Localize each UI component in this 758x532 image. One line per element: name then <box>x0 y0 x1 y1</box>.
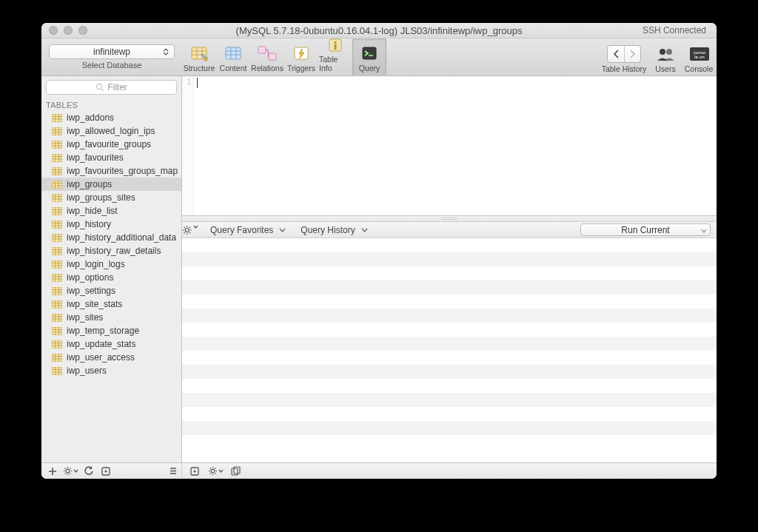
result-row <box>182 421 717 435</box>
table-name: iwp_user_access <box>67 352 135 363</box>
toggle-sidebar-button[interactable] <box>165 463 181 479</box>
table-row[interactable]: iwp_groups <box>41 178 181 191</box>
table-row[interactable]: iwp_favourite_groups <box>41 138 181 151</box>
svg-point-42 <box>105 470 107 472</box>
window-controls <box>49 26 87 35</box>
tab-content[interactable]: Content <box>216 38 250 75</box>
split-grip[interactable] <box>182 216 717 222</box>
results-grid[interactable] <box>182 238 717 462</box>
table-name: iwp_temp_storage <box>67 326 139 336</box>
table-row[interactable]: iwp_history_additional_data <box>41 231 181 244</box>
statusbar-left <box>41 463 182 479</box>
console-button[interactable]: console on Console <box>681 38 717 75</box>
table-row[interactable]: iwp_groups_sites <box>41 191 181 204</box>
run-query-button[interactable]: Run Current <box>580 223 711 236</box>
svg-point-37 <box>97 84 102 90</box>
console-icon: console on <box>688 45 709 63</box>
table-name: iwp_history_raw_details <box>67 246 161 256</box>
table-name: iwp_favourites <box>67 152 124 163</box>
svg-point-33 <box>666 49 672 55</box>
table-name: iwp_groups <box>67 179 112 189</box>
tab-triggers[interactable]: Triggers <box>284 38 318 75</box>
svg-rect-28 <box>335 41 337 44</box>
table-row[interactable]: iwp_favourites_groups_map <box>41 164 181 178</box>
database-selector[interactable]: infinitewp <box>49 44 175 59</box>
query-settings-button[interactable] <box>182 225 203 235</box>
table-row[interactable]: iwp_sites <box>41 311 181 324</box>
tab-query[interactable]: Query <box>352 38 386 75</box>
database-selector-group: infinitewp Select Database <box>41 38 182 75</box>
table-row[interactable]: iwp_settings <box>41 284 181 297</box>
triggers-icon <box>291 44 312 62</box>
users-label: Users <box>655 64 675 73</box>
add-button[interactable] <box>44 463 61 479</box>
minimize-window-button[interactable] <box>64 26 73 35</box>
refresh-button[interactable] <box>80 463 96 479</box>
table-row[interactable]: iwp_user_access <box>41 351 181 364</box>
table-row[interactable]: iwp_hide_list <box>41 204 181 218</box>
history-label: Table History <box>602 64 647 73</box>
titlebar: (MySQL 5.7.18-0ubuntu0.16.04.1-log) JLS0… <box>41 23 717 38</box>
result-row <box>182 238 717 252</box>
table-row[interactable]: iwp_users <box>41 364 181 377</box>
console-label: Console <box>685 64 714 73</box>
history-back-button[interactable] <box>608 46 624 62</box>
table-icon <box>52 181 62 189</box>
close-window-button[interactable] <box>49 26 58 35</box>
tab-structure[interactable]: Structure <box>182 38 216 75</box>
tab-table-info[interactable]: Table Info <box>318 38 352 75</box>
table-icon <box>52 154 62 162</box>
zoom-window-button[interactable] <box>78 26 87 35</box>
query-history-button[interactable]: Query History <box>293 225 375 235</box>
table-icon <box>52 114 62 122</box>
result-row <box>182 337 717 351</box>
tab-label: Query <box>359 64 380 73</box>
svg-point-47 <box>194 470 196 472</box>
query-favorites-label: Query Favorites <box>210 225 273 235</box>
tab-relations[interactable]: Relations <box>250 38 284 75</box>
table-name: iwp_login_logs <box>67 259 125 269</box>
history-forward-button[interactable] <box>624 46 640 62</box>
table-row[interactable]: iwp_options <box>41 271 181 284</box>
table-name: iwp_groups_sites <box>67 192 135 203</box>
table-name: iwp_hide_list <box>67 206 118 216</box>
history-nav <box>607 45 641 63</box>
users-icon <box>655 45 676 63</box>
query-editor[interactable]: 1 <box>182 76 717 216</box>
table-name: iwp_site_stats <box>67 299 122 309</box>
stepper-icon <box>161 47 171 57</box>
toolbar: infinitewp Select Database Structure Con… <box>41 38 717 76</box>
users-button[interactable]: Users <box>650 38 681 75</box>
table-icon <box>52 260 62 269</box>
results-settings-button[interactable] <box>207 466 224 476</box>
table-name: iwp_settings <box>67 286 115 296</box>
table-icon <box>52 247 62 255</box>
table-row[interactable]: iwp_temp_storage <box>41 324 181 337</box>
query-favorites-button[interactable]: Query Favorites <box>203 225 293 235</box>
table-row[interactable]: iwp_history <box>41 218 181 231</box>
action-menu-button[interactable] <box>62 463 78 479</box>
table-row[interactable]: iwp_addons <box>41 111 181 124</box>
table-name: iwp_update_stats <box>67 339 135 349</box>
result-row <box>182 379 717 393</box>
content-icon <box>223 44 244 62</box>
structure-icon <box>189 44 209 62</box>
editor-code[interactable] <box>194 76 717 215</box>
table-row[interactable]: iwp_update_stats <box>41 337 181 351</box>
sidebar: Filter TABLES iwp_addonsiwp_allowed_logi… <box>41 76 182 462</box>
table-row[interactable]: iwp_login_logs <box>41 257 181 271</box>
duplicate-button[interactable] <box>228 466 244 476</box>
panel-toggle-button[interactable] <box>187 467 203 476</box>
table-row[interactable]: iwp_allowed_login_ips <box>41 124 181 138</box>
table-row[interactable]: iwp_history_raw_details <box>41 244 181 257</box>
chevron-down-icon <box>279 228 286 232</box>
result-row <box>182 435 717 449</box>
table-row[interactable]: iwp_site_stats <box>41 297 181 311</box>
filter-input[interactable]: Filter <box>46 80 177 95</box>
table-name: iwp_addons <box>67 112 114 123</box>
svg-line-38 <box>101 89 104 91</box>
body: Filter TABLES iwp_addonsiwp_allowed_logi… <box>41 76 717 462</box>
info-button[interactable] <box>98 463 114 479</box>
table-name: iwp_favourite_groups <box>67 139 151 149</box>
table-row[interactable]: iwp_favourites <box>41 151 181 164</box>
